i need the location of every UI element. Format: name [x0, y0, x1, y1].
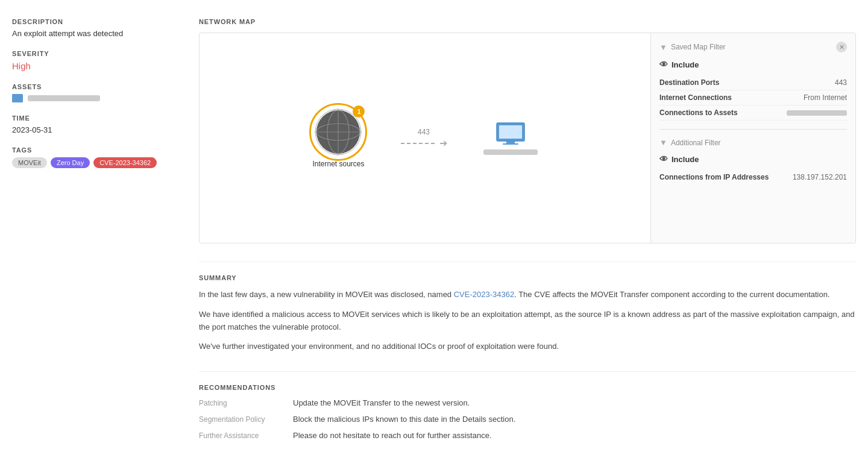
tag-moveit: MOVEit: [12, 157, 47, 168]
saved-map-filter-title: ▼ Saved Map Filter: [659, 43, 726, 52]
eye-icon-1: 👁: [659, 60, 668, 69]
rec-value-1: Block the malicious IPs known to this da…: [293, 415, 856, 424]
time-label: TIME: [12, 114, 169, 122]
severity-label: SEVERITY: [12, 50, 169, 57]
recommendations-title: RECOMMENDATIONS: [199, 384, 856, 391]
monitor-icon: [12, 94, 23, 102]
dest-asset-name-redacted: [483, 149, 538, 155]
summary-para2: We have identified a malicious access to…: [199, 309, 856, 334]
asset-name-redacted: [28, 95, 100, 101]
net-diagram: 1: [312, 108, 537, 168]
recommendations-grid: Patching Update the MOVEit Transfer to t…: [199, 398, 856, 440]
include-2-label: Include: [671, 155, 699, 164]
asset-row: [12, 94, 169, 102]
time-value: 2023-05-31: [12, 125, 169, 134]
saved-map-filter-header: ▼ Saved Map Filter ✕: [659, 42, 847, 52]
arrow-area: 443 ➔: [401, 128, 447, 148]
arrow-port-label: 443: [418, 128, 430, 136]
include-1-label: Include: [671, 60, 699, 69]
dest-ports-key: Destination Ports: [659, 78, 719, 87]
severity-value: High: [12, 61, 169, 71]
dest-ports-value: 443: [835, 78, 847, 87]
svg-rect-14: [503, 143, 518, 145]
summary-para3: We've further investigated your environm…: [199, 340, 856, 353]
tags-label: TAGS: [12, 146, 169, 154]
additional-filter-label: Additional Filter: [671, 139, 721, 147]
description-value: An exploit attempt was detected: [12, 29, 169, 38]
globe-badge: 1: [353, 105, 365, 118]
arrow-line: ➔: [401, 139, 447, 148]
rec-label-1: Segmentation Policy: [199, 415, 283, 424]
additional-filter-header: ▼ Additional Filter: [659, 138, 847, 147]
connections-to-assets-value-redacted: [787, 110, 847, 116]
filter-row-internet-connections: Internet Connections From Internet: [659, 90, 847, 105]
network-map-canvas: 1: [200, 33, 650, 243]
tag-zero-day: Zero Day: [51, 157, 90, 168]
rec-label-2: Further Assistance: [199, 431, 283, 440]
arrow-dash: [401, 143, 437, 144]
svg-rect-13: [506, 141, 515, 143]
assets-label: ASSETS: [12, 83, 169, 90]
filter-panel: ▼ Saved Map Filter ✕ 👁 Include Destinati…: [650, 33, 855, 243]
additional-filter-divider: [659, 129, 847, 130]
internet-sources-node: 1: [312, 108, 364, 168]
saved-map-filter-label: Saved Map Filter: [671, 43, 726, 51]
section-divider-1: [199, 262, 856, 262]
additional-filter-icon: ▼: [659, 138, 667, 147]
filter-row-connections-from-ip: Connections from IP Addresses 138.197.15…: [659, 170, 847, 184]
summary-title: SUMMARY: [199, 274, 856, 281]
network-map-title: NETWORK MAP: [199, 18, 856, 25]
filter-close-button[interactable]: ✕: [836, 42, 847, 52]
recommendations-section: RECOMMENDATIONS Patching Update the MOVE…: [199, 384, 856, 440]
connections-from-ip-value: 138.197.152.201: [793, 173, 847, 181]
main-panel: NETWORK MAP 1: [181, 12, 868, 461]
svg-rect-12: [499, 125, 522, 139]
cve-link[interactable]: CVE-2023-34362: [454, 290, 514, 299]
filter-include-1: 👁 Include: [659, 60, 847, 69]
summary-section: SUMMARY In the last few days, a new vuln…: [199, 274, 856, 353]
monitor-svg: [495, 122, 526, 146]
filter-icon: ▼: [659, 43, 667, 52]
eye-icon-2: 👁: [659, 154, 668, 164]
internet-connections-key: Internet Connections: [659, 93, 732, 102]
summary-para1: In the last few days, a new vulnerabilit…: [199, 289, 856, 301]
rec-label-0: Patching: [199, 398, 283, 407]
description-label: DESCRIPTION: [12, 18, 169, 25]
filter-row-connections-to-assets: Connections to Assets: [659, 105, 847, 121]
connections-to-assets-key: Connections to Assets: [659, 108, 738, 117]
rec-value-0: Update the MOVEit Transfer to the newest…: [293, 398, 856, 407]
section-divider-2: [199, 371, 856, 372]
connections-from-ip-key: Connections from IP Addresses: [659, 173, 769, 181]
filter-include-2: 👁 Include: [659, 154, 847, 164]
tags-row: MOVEit Zero Day CVE-2023-34362: [12, 157, 169, 168]
tag-cve: CVE-2023-34362: [93, 157, 157, 168]
internet-connections-value: From Internet: [804, 93, 847, 102]
left-panel: DESCRIPTION An exploit attempt was detec…: [0, 12, 181, 461]
arrow-head-icon: ➔: [439, 139, 447, 148]
network-map-section: NETWORK MAP 1: [199, 18, 856, 243]
filter-row-dest-ports: Destination Ports 443: [659, 75, 847, 90]
globe-wrapper: 1: [314, 108, 362, 156]
dest-asset: [483, 122, 538, 155]
network-map-container: 1: [199, 33, 856, 243]
source-label: Internet sources: [312, 160, 364, 168]
rec-value-2: Please do not hesitate to reach out for …: [293, 431, 856, 440]
